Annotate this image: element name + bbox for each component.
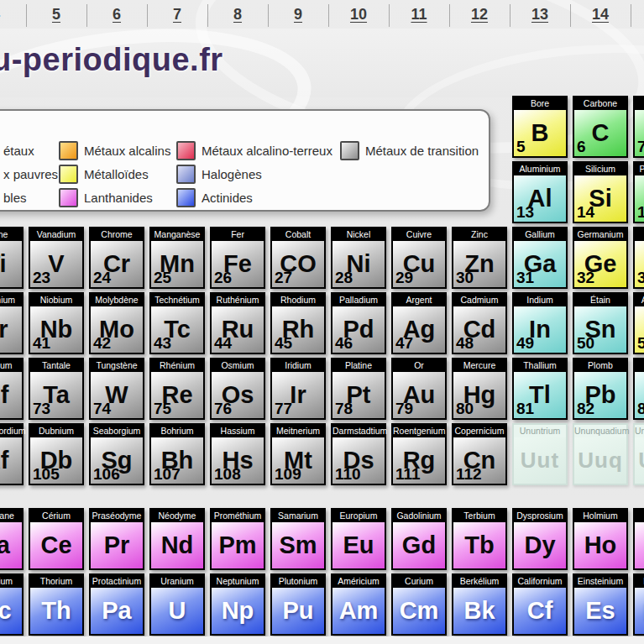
element-cell-re[interactable]: Rhénium Re 75 <box>149 358 205 420</box>
element-cell-pb[interactable]: Plomb Pb 82 <box>573 358 628 420</box>
element-cell-al[interactable]: Aluminium Al 13 <box>512 161 568 223</box>
group-number-6[interactable]: 6 <box>113 6 121 24</box>
element-cell-ds[interactable]: Darmstadtium Ds 110 <box>331 423 386 485</box>
element-cell-cu[interactable]: Cuivre Cu 29 <box>391 227 447 289</box>
element-cell-ti[interactable]: Titane Ti <box>0 227 24 289</box>
element-cell-cd[interactable]: Cadmium Cd 48 <box>452 292 507 354</box>
group-number-9[interactable]: 9 <box>294 6 302 24</box>
element-cell-os[interactable]: Osmium Os 76 <box>210 358 265 420</box>
element-cell-as[interactable]: Arsenic As 33 <box>633 227 644 289</box>
element-cell-ge[interactable]: Germanium Ge 32 <box>573 227 628 289</box>
element-cell-ce[interactable]: Cérium Ce <box>29 508 84 570</box>
element-cell-nd[interactable]: Néodyme Nd <box>149 508 205 570</box>
element-cell-zn[interactable]: Zinc Zn 30 <box>452 227 507 289</box>
element-cell-dy[interactable]: Dysprosium Dy <box>512 508 568 570</box>
element-cell-ac[interactable]: Actinium Ac <box>0 573 24 636</box>
element-cell-mo[interactable]: Molybdène Mo 42 <box>89 292 144 354</box>
element-cell-sm[interactable]: Samarium Sm <box>270 508 326 570</box>
element-cell-pm[interactable]: Prométhium Pm <box>210 508 265 570</box>
element-cell-es[interactable]: Einsteinium Es <box>573 573 628 636</box>
element-cell-ru[interactable]: Ruthénium Ru 44 <box>210 292 265 354</box>
element-cell-pu[interactable]: Plutonium Pu <box>270 573 326 636</box>
element-cell-ir[interactable]: Iridium Ir 77 <box>270 358 326 420</box>
element-body: CO 27 <box>272 241 324 287</box>
element-body: Tc 43 <box>151 306 203 353</box>
element-cell-bk[interactable]: Berkélium Bk <box>452 573 507 636</box>
element-cell-rh[interactable]: Rhodium Rh 45 <box>270 292 326 354</box>
group-number-14[interactable]: 14 <box>592 6 609 24</box>
element-cell-au[interactable]: Or Au 79 <box>391 358 447 420</box>
element-symbol: Ho <box>584 531 617 559</box>
element-cell-nb[interactable]: Niobium Nb 41 <box>29 292 84 354</box>
element-cell-rf[interactable]: Rutherfordium Rf <box>0 423 24 485</box>
element-cell-w[interactable]: Tungstène W 74 <box>89 358 144 420</box>
element-cell-am[interactable]: Américium Am <box>331 573 386 636</box>
element-cell-pd[interactable]: Palladium Pd 46 <box>331 292 386 354</box>
group-number-5[interactable]: 5 <box>52 6 60 24</box>
element-cell-p[interactable]: Phosphore P 15 <box>633 161 644 223</box>
element-body: Cd 48 <box>453 306 505 353</box>
element-body: Re 75 <box>151 372 203 418</box>
element-cell-bi[interactable]: Bismuth Bi 83 <box>633 358 644 420</box>
element-body: Pm <box>212 522 264 568</box>
element-cell-cr[interactable]: Chrome Cr 24 <box>89 227 144 289</box>
element-cell-bh[interactable]: Bohrium Bh 107 <box>149 423 205 485</box>
element-cell-hg[interactable]: Mercure Hg 80 <box>452 358 507 420</box>
element-cell-ho[interactable]: Holmium Ho <box>573 508 628 570</box>
element-cell-ag[interactable]: Argent Ag 47 <box>391 292 447 354</box>
element-cell-ni[interactable]: Nickel Ni 28 <box>331 227 386 289</box>
element-cell-zr[interactable]: Zirconium Zr <box>0 292 24 354</box>
element-cell-th[interactable]: Thorium Th <box>29 573 84 636</box>
element-cell-tc[interactable]: Technétium Tc 43 <box>149 292 205 354</box>
element-cell-v[interactable]: Vanadium V 23 <box>29 227 84 289</box>
element-cell-sg[interactable]: Seaborgium Sg 106 <box>89 423 144 485</box>
element-body: Uup <box>635 437 644 484</box>
element-cell-rg[interactable]: Roentgenium Rg 111 <box>391 423 447 485</box>
element-cell-mt[interactable]: Meitnerium Mt 109 <box>270 423 326 485</box>
element-cell-er[interactable]: Erbium Er <box>633 508 644 570</box>
group-number-7[interactable]: 7 <box>173 6 181 24</box>
group-number-8[interactable]: 8 <box>233 6 242 24</box>
element-cell-la[interactable]: Lanthane La <box>0 508 24 570</box>
element-cell-fe[interactable]: Fer Fe 26 <box>210 227 265 289</box>
element-cell-hs[interactable]: Hassium Hs 108 <box>210 423 265 485</box>
element-cell-tl[interactable]: Thallium Tl 81 <box>512 358 568 420</box>
element-cell-cn[interactable]: Copernicium Cn 112 <box>452 423 507 485</box>
group-number-10[interactable]: 10 <box>350 6 367 24</box>
element-cell-b[interactable]: Bore B 5 <box>512 96 568 158</box>
element-name: Rutherfordium <box>0 425 22 437</box>
group-number-13[interactable]: 13 <box>531 6 548 24</box>
element-cell-pr[interactable]: Praséodyme Pr <box>89 508 144 570</box>
element-body: Pu <box>272 588 324 634</box>
element-cell-cm[interactable]: Curium Cm <box>391 573 447 636</box>
element-cell-co[interactable]: Cobalt CO 27 <box>270 227 326 289</box>
element-cell-tb[interactable]: Terbium Tb <box>452 508 507 570</box>
element-cell-pt[interactable]: Platine Pt 78 <box>331 358 386 420</box>
element-name: Holmium <box>574 510 626 522</box>
element-cell-fm[interactable]: Fermium Fm <box>633 573 644 636</box>
element-cell-c[interactable]: Carbone C 6 <box>573 96 628 158</box>
element-cell-gd[interactable]: Gadolinium Gd <box>391 508 447 570</box>
group-number-11[interactable]: 11 <box>411 6 427 24</box>
element-number: 14 <box>577 203 594 222</box>
element-cell-u[interactable]: Uranium U <box>149 573 205 636</box>
element-name: Curium <box>393 575 445 588</box>
element-cell-ta[interactable]: Tantale Ta 73 <box>29 358 84 420</box>
element-cell-mn[interactable]: Manganèse Mn 25 <box>149 227 205 289</box>
element-cell-np[interactable]: Neptunium Np <box>210 573 265 636</box>
element-symbol: Uuq <box>578 448 623 474</box>
element-cell-in[interactable]: Indium In 49 <box>512 292 568 354</box>
element-cell-sn[interactable]: Étain Sn 50 <box>573 292 628 354</box>
group-number-12[interactable]: 12 <box>471 6 488 24</box>
element-cell-sb[interactable]: Antimoine Sb 51 <box>633 292 644 354</box>
element-cell-si[interactable]: Silicium Si 14 <box>573 161 628 223</box>
element-number: 74 <box>93 400 111 418</box>
element-cell-hf[interactable]: Hafnium Hf <box>0 358 24 420</box>
element-cell-pa[interactable]: Protactinium Pa <box>89 573 144 636</box>
element-cell-n[interactable]: Azote N 7 <box>633 96 644 158</box>
element-cell-db[interactable]: Dubnium Db 105 <box>29 423 84 485</box>
site-logo[interactable]: u-periodique.fr <box>0 42 223 78</box>
element-cell-ga[interactable]: Gallium Ga 31 <box>512 227 568 289</box>
element-cell-cf[interactable]: Californium Cf <box>512 573 568 636</box>
element-cell-eu[interactable]: Europium Eu <box>331 508 386 570</box>
